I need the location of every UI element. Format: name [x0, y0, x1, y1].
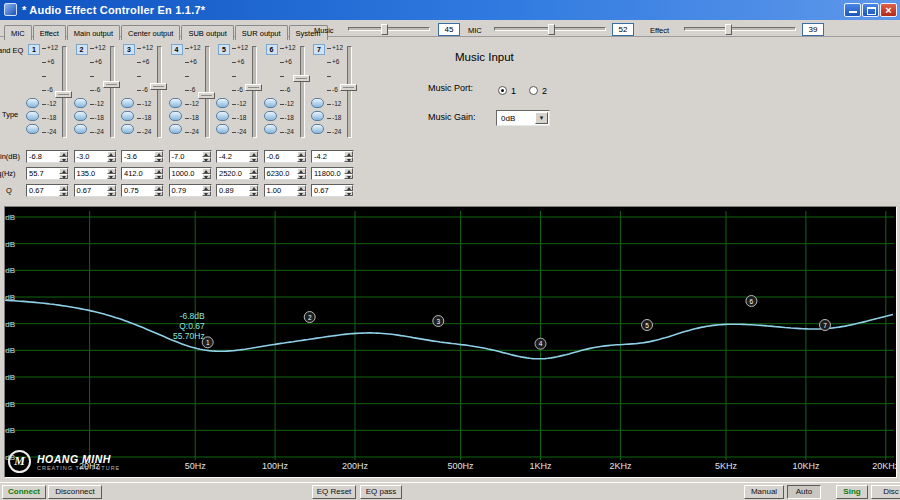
spinner-down-button[interactable] — [59, 157, 68, 162]
band-6-gain-slider-thumb[interactable] — [293, 75, 310, 82]
band-2-filter-type-peak-button[interactable] — [74, 98, 87, 108]
band-5-filter-type-high-shelf-button[interactable] — [216, 124, 229, 134]
band-7-filter-type-low-shelf-button[interactable] — [311, 111, 324, 121]
band-7-gain-slider-thumb[interactable] — [340, 84, 357, 91]
band-1-filter-type-low-shelf-button[interactable] — [26, 111, 39, 121]
effect-slider-track[interactable] — [684, 27, 796, 31]
band-7-gain-spinner[interactable]: -4.2 — [311, 150, 354, 163]
spinner-down-button[interactable] — [107, 157, 116, 162]
spinner-down-button[interactable] — [249, 174, 258, 179]
band-7-freq-spinner[interactable]: 11800.0 — [311, 167, 354, 180]
eq-reset-button[interactable]: EQ Reset — [312, 485, 356, 499]
sing-button[interactable]: Sing — [836, 485, 868, 499]
effect-slider-thumb[interactable] — [725, 24, 732, 35]
spinner-down-button[interactable] — [202, 157, 211, 162]
spinner-down-button[interactable] — [154, 191, 163, 196]
spinner-down-button[interactable] — [202, 191, 211, 196]
band-6-filter-type-low-shelf-button[interactable] — [264, 111, 277, 121]
spinner-down-button[interactable] — [297, 157, 306, 162]
music-port-option-2[interactable]: 2 — [529, 81, 547, 99]
music-slider-thumb[interactable] — [381, 24, 388, 35]
band-3-gain-spinner[interactable]: -3.6 — [121, 150, 164, 163]
band-3-number-button[interactable]: 3 — [123, 44, 135, 55]
band-2-gain-spinner[interactable]: -3.0 — [74, 150, 117, 163]
band-5-freq-spinner[interactable]: 2520.0 — [216, 167, 259, 180]
band-4-filter-type-high-shelf-button[interactable] — [169, 124, 182, 134]
band-4-gain-slider-thumb[interactable] — [198, 92, 215, 99]
band-1-gain-slider-thumb[interactable] — [55, 91, 72, 98]
band-2-q-spinner[interactable]: 0.67 — [74, 184, 117, 197]
band-2-gain-slider-thumb[interactable] — [103, 81, 120, 88]
band-3-filter-type-low-shelf-button[interactable] — [121, 111, 134, 121]
manual-button[interactable]: Manual — [744, 485, 784, 499]
band-5-filter-type-peak-button[interactable] — [216, 98, 229, 108]
band-3-gain-slider-track[interactable] — [157, 46, 162, 138]
tab-sur-output[interactable]: SUR output — [235, 25, 288, 40]
band-5-gain-spinner[interactable]: -4.2 — [216, 150, 259, 163]
band-6-gain-spinner[interactable]: -0.6 — [264, 150, 307, 163]
band-5-q-spinner[interactable]: 0.89 — [216, 184, 259, 197]
band-3-marker[interactable]: 3 — [433, 316, 444, 327]
close-button[interactable]: × — [880, 3, 897, 17]
band-4-freq-spinner[interactable]: 1000.0 — [169, 167, 212, 180]
mic-value-box[interactable]: 52 — [612, 23, 634, 36]
band-2-number-button[interactable]: 2 — [76, 44, 88, 55]
tab-effect[interactable]: Effect — [33, 25, 66, 40]
disc-button[interactable]: Disc — [871, 485, 900, 499]
tab-mic[interactable]: MIC — [4, 25, 32, 40]
band-6-q-spinner[interactable]: 1.00 — [264, 184, 307, 197]
band-2-filter-type-high-shelf-button[interactable] — [74, 124, 87, 134]
spinner-down-button[interactable] — [249, 191, 258, 196]
band-1-number-button[interactable]: 1 — [28, 44, 40, 55]
spinner-down-button[interactable] — [344, 174, 353, 179]
spinner-down-button[interactable] — [202, 174, 211, 179]
spinner-down-button[interactable] — [154, 174, 163, 179]
band-6-filter-type-high-shelf-button[interactable] — [264, 124, 277, 134]
band-6-freq-spinner[interactable]: 6230.0 — [264, 167, 307, 180]
spinner-down-button[interactable] — [154, 157, 163, 162]
chevron-down-icon[interactable]: ▼ — [535, 112, 548, 124]
band-6-marker[interactable]: 6 — [746, 296, 757, 307]
band-7-filter-type-high-shelf-button[interactable] — [311, 124, 324, 134]
band-1-gain-spinner[interactable]: -6.8 — [26, 150, 69, 163]
band-4-gain-spinner[interactable]: -7.0 — [169, 150, 212, 163]
tab-sub-output[interactable]: SUB output — [181, 25, 233, 40]
band-3-freq-spinner[interactable]: 412.0 — [121, 167, 164, 180]
band-2-marker[interactable]: 2 — [304, 312, 315, 323]
band-1-filter-type-high-shelf-button[interactable] — [26, 124, 39, 134]
band-6-gain-slider-track[interactable] — [300, 46, 305, 138]
band-3-gain-slider-thumb[interactable] — [150, 83, 167, 90]
tab-main-output[interactable]: Main output — [67, 25, 120, 40]
music-port-option-1[interactable]: 1 — [498, 81, 516, 99]
band-4-q-spinner[interactable]: 0.79 — [169, 184, 212, 197]
auto-button[interactable]: Auto — [787, 485, 821, 499]
band-5-gain-slider-thumb[interactable] — [245, 84, 262, 91]
band-2-filter-type-low-shelf-button[interactable] — [74, 111, 87, 121]
band-4-marker[interactable]: 4 — [535, 338, 546, 349]
band-1-freq-spinner[interactable]: 55.7 — [26, 167, 69, 180]
band-5-gain-slider-track[interactable] — [252, 46, 257, 138]
band-4-filter-type-low-shelf-button[interactable] — [169, 111, 182, 121]
spinner-down-button[interactable] — [344, 157, 353, 162]
band-5-filter-type-low-shelf-button[interactable] — [216, 111, 229, 121]
radio-unchecked-icon[interactable] — [529, 86, 538, 95]
radio-checked-icon[interactable] — [498, 86, 507, 95]
effect-value-box[interactable]: 39 — [802, 23, 824, 36]
eq-pass-button[interactable]: EQ pass — [360, 485, 402, 499]
band-6-filter-type-peak-button[interactable] — [264, 98, 277, 108]
spinner-down-button[interactable] — [344, 191, 353, 196]
band-7-q-spinner[interactable]: 0.67 — [311, 184, 354, 197]
music-value-box[interactable]: 45 — [438, 23, 460, 36]
band-5-number-button[interactable]: 5 — [218, 44, 230, 55]
spinner-down-button[interactable] — [297, 174, 306, 179]
spinner-down-button[interactable] — [107, 174, 116, 179]
minimize-button[interactable] — [844, 3, 861, 17]
band-5-marker[interactable]: 5 — [642, 320, 653, 331]
music-gain-dropdown[interactable]: 0dB ▼ — [496, 110, 550, 126]
band-2-gain-slider-track[interactable] — [110, 46, 115, 138]
band-6-number-button[interactable]: 6 — [266, 44, 278, 55]
band-4-number-button[interactable]: 4 — [171, 44, 183, 55]
band-4-filter-type-peak-button[interactable] — [169, 98, 182, 108]
tab-center-output[interactable]: Center output — [121, 25, 180, 40]
band-2-freq-spinner[interactable]: 135.0 — [74, 167, 117, 180]
